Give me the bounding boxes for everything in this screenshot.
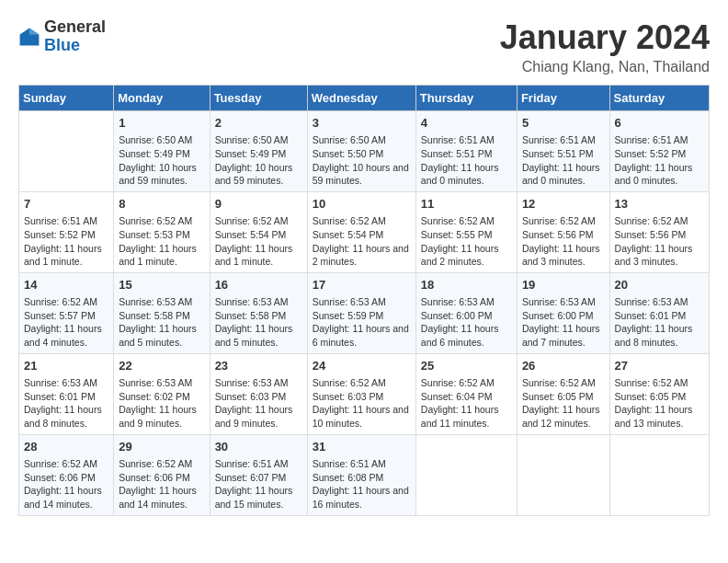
sunrise-text: Sunrise: 6:51 AM bbox=[215, 457, 302, 471]
sunset-text: Sunset: 5:52 PM bbox=[24, 228, 108, 242]
day-header-sunday: Sunday bbox=[19, 86, 114, 111]
calendar-cell: 13Sunrise: 6:52 AMSunset: 5:56 PMDayligh… bbox=[609, 191, 709, 272]
calendar-cell: 2Sunrise: 6:50 AMSunset: 5:49 PMDaylight… bbox=[210, 111, 307, 192]
calendar-cell: 15Sunrise: 6:53 AMSunset: 5:58 PMDayligh… bbox=[114, 272, 210, 353]
daylight-text: Daylight: 11 hours and 1 minute. bbox=[24, 242, 108, 269]
sunset-text: Sunset: 6:05 PM bbox=[522, 390, 605, 404]
day-number: 10 bbox=[313, 196, 411, 213]
sunrise-text: Sunrise: 6:53 AM bbox=[421, 295, 512, 309]
sunset-text: Sunset: 5:53 PM bbox=[119, 228, 204, 242]
calendar-cell: 17Sunrise: 6:53 AMSunset: 5:59 PMDayligh… bbox=[307, 272, 415, 353]
sunset-text: Sunset: 5:49 PM bbox=[119, 147, 204, 161]
calendar-cell: 22Sunrise: 6:53 AMSunset: 6:02 PMDayligh… bbox=[114, 353, 210, 434]
sunrise-text: Sunrise: 6:52 AM bbox=[215, 214, 302, 228]
day-number: 25 bbox=[421, 358, 512, 374]
calendar-cell bbox=[19, 111, 114, 192]
calendar-cell: 5Sunrise: 6:51 AMSunset: 5:51 PMDaylight… bbox=[517, 111, 609, 192]
daylight-text: Daylight: 11 hours and 8 minutes. bbox=[24, 403, 108, 430]
sunset-text: Sunset: 5:56 PM bbox=[615, 228, 704, 242]
day-header-saturday: Saturday bbox=[609, 86, 709, 111]
sunrise-text: Sunrise: 6:53 AM bbox=[313, 295, 411, 309]
day-number: 15 bbox=[119, 277, 204, 293]
logo-icon bbox=[18, 26, 40, 48]
calendar-header-row: SundayMondayTuesdayWednesdayThursdayFrid… bbox=[19, 86, 710, 111]
daylight-text: Daylight: 11 hours and 6 minutes. bbox=[313, 322, 411, 349]
sunrise-text: Sunrise: 6:52 AM bbox=[615, 376, 704, 390]
day-number: 20 bbox=[615, 277, 704, 293]
sunrise-text: Sunrise: 6:50 AM bbox=[313, 133, 411, 147]
sunset-text: Sunset: 6:06 PM bbox=[24, 471, 108, 485]
day-number: 13 bbox=[615, 196, 704, 213]
sunset-text: Sunset: 5:54 PM bbox=[313, 228, 411, 242]
day-number: 3 bbox=[313, 115, 411, 132]
daylight-text: Daylight: 11 hours and 10 minutes. bbox=[313, 403, 411, 430]
sunrise-text: Sunrise: 6:53 AM bbox=[119, 295, 204, 309]
day-header-thursday: Thursday bbox=[415, 86, 517, 111]
sunset-text: Sunset: 5:51 PM bbox=[522, 147, 605, 161]
calendar-cell: 20Sunrise: 6:53 AMSunset: 6:01 PMDayligh… bbox=[609, 272, 709, 353]
day-header-friday: Friday bbox=[517, 86, 609, 111]
calendar-cell: 4Sunrise: 6:51 AMSunset: 5:51 PMDaylight… bbox=[415, 111, 517, 192]
day-number: 19 bbox=[522, 277, 605, 293]
daylight-text: Daylight: 10 hours and 59 minutes. bbox=[119, 161, 204, 188]
sunrise-text: Sunrise: 6:53 AM bbox=[119, 376, 204, 390]
day-number: 26 bbox=[522, 358, 605, 374]
calendar-cell: 14Sunrise: 6:52 AMSunset: 5:57 PMDayligh… bbox=[19, 272, 114, 353]
calendar-cell: 31Sunrise: 6:51 AMSunset: 6:08 PMDayligh… bbox=[307, 434, 415, 515]
daylight-text: Daylight: 11 hours and 3 minutes. bbox=[522, 242, 605, 269]
daylight-text: Daylight: 11 hours and 2 minutes. bbox=[313, 242, 411, 269]
sunrise-text: Sunrise: 6:50 AM bbox=[119, 133, 204, 147]
daylight-text: Daylight: 11 hours and 14 minutes. bbox=[24, 484, 108, 511]
calendar-cell: 16Sunrise: 6:53 AMSunset: 5:58 PMDayligh… bbox=[210, 272, 307, 353]
sunset-text: Sunset: 6:07 PM bbox=[215, 471, 302, 485]
calendar-cell: 24Sunrise: 6:52 AMSunset: 6:03 PMDayligh… bbox=[307, 353, 415, 434]
sunset-text: Sunset: 6:02 PM bbox=[119, 390, 204, 404]
daylight-text: Daylight: 11 hours and 5 minutes. bbox=[119, 322, 204, 349]
sunrise-text: Sunrise: 6:52 AM bbox=[119, 214, 204, 228]
daylight-text: Daylight: 11 hours and 14 minutes. bbox=[119, 484, 204, 511]
daylight-text: Daylight: 11 hours and 1 minute. bbox=[215, 242, 302, 269]
calendar-week-row: 21Sunrise: 6:53 AMSunset: 6:01 PMDayligh… bbox=[19, 353, 710, 434]
day-number: 12 bbox=[522, 196, 605, 213]
sunset-text: Sunset: 5:58 PM bbox=[215, 309, 302, 323]
calendar-cell: 27Sunrise: 6:52 AMSunset: 6:05 PMDayligh… bbox=[609, 353, 709, 434]
sunrise-text: Sunrise: 6:52 AM bbox=[119, 457, 204, 471]
sunset-text: Sunset: 6:00 PM bbox=[421, 309, 512, 323]
calendar-cell: 21Sunrise: 6:53 AMSunset: 6:01 PMDayligh… bbox=[19, 353, 114, 434]
calendar-cell: 11Sunrise: 6:52 AMSunset: 5:55 PMDayligh… bbox=[415, 191, 517, 272]
calendar-week-row: 7Sunrise: 6:51 AMSunset: 5:52 PMDaylight… bbox=[19, 191, 710, 272]
sunrise-text: Sunrise: 6:53 AM bbox=[615, 295, 704, 309]
calendar-cell bbox=[517, 434, 609, 515]
sunset-text: Sunset: 5:49 PM bbox=[215, 147, 302, 161]
sunrise-text: Sunrise: 6:52 AM bbox=[313, 214, 411, 228]
sunset-text: Sunset: 5:52 PM bbox=[615, 147, 704, 161]
day-number: 30 bbox=[215, 439, 302, 455]
sunrise-text: Sunrise: 6:53 AM bbox=[215, 295, 302, 309]
day-number: 17 bbox=[313, 277, 411, 293]
daylight-text: Daylight: 11 hours and 2 minutes. bbox=[421, 242, 512, 269]
sunset-text: Sunset: 6:01 PM bbox=[615, 309, 704, 323]
day-number: 7 bbox=[24, 196, 108, 213]
daylight-text: Daylight: 11 hours and 0 minutes. bbox=[522, 161, 605, 188]
day-header-wednesday: Wednesday bbox=[307, 86, 415, 111]
daylight-text: Daylight: 11 hours and 12 minutes. bbox=[522, 403, 605, 430]
daylight-text: Daylight: 11 hours and 15 minutes. bbox=[215, 484, 302, 511]
calendar-cell bbox=[609, 434, 709, 515]
calendar-week-row: 1Sunrise: 6:50 AMSunset: 5:49 PMDaylight… bbox=[19, 111, 710, 192]
calendar-cell: 29Sunrise: 6:52 AMSunset: 6:06 PMDayligh… bbox=[114, 434, 210, 515]
sunrise-text: Sunrise: 6:52 AM bbox=[313, 376, 411, 390]
sunset-text: Sunset: 5:56 PM bbox=[522, 228, 605, 242]
sunrise-text: Sunrise: 6:52 AM bbox=[421, 376, 512, 390]
day-number: 21 bbox=[24, 358, 108, 374]
day-number: 4 bbox=[421, 115, 512, 132]
calendar-cell: 6Sunrise: 6:51 AMSunset: 5:52 PMDaylight… bbox=[609, 111, 709, 192]
daylight-text: Daylight: 11 hours and 0 minutes. bbox=[615, 161, 704, 188]
daylight-text: Daylight: 11 hours and 7 minutes. bbox=[522, 322, 605, 349]
calendar-cell: 3Sunrise: 6:50 AMSunset: 5:50 PMDaylight… bbox=[307, 111, 415, 192]
daylight-text: Daylight: 11 hours and 9 minutes. bbox=[119, 403, 204, 430]
daylight-text: Daylight: 11 hours and 11 minutes. bbox=[421, 403, 512, 430]
sunrise-text: Sunrise: 6:52 AM bbox=[24, 457, 108, 471]
daylight-text: Daylight: 11 hours and 1 minute. bbox=[119, 242, 204, 269]
sunrise-text: Sunrise: 6:52 AM bbox=[615, 214, 704, 228]
day-number: 1 bbox=[119, 115, 204, 132]
